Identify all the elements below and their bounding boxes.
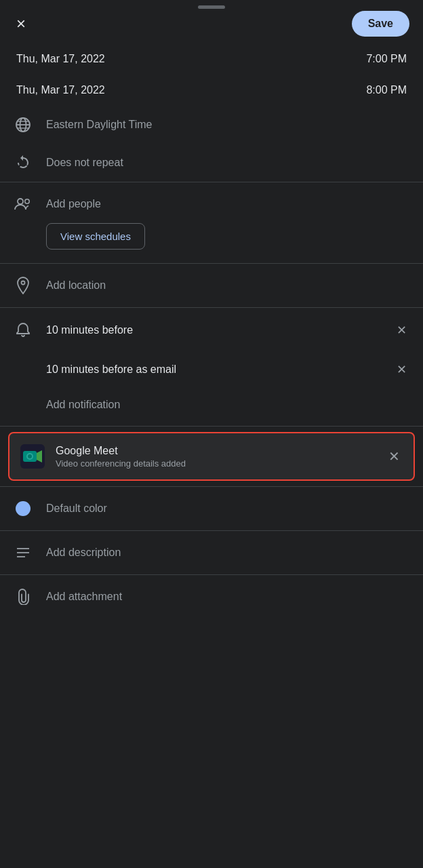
close-button[interactable]: × [14, 13, 28, 35]
end-datetime-row[interactable]: Thu, Mar 17, 2022 8:00 PM [0, 75, 423, 106]
start-date: Thu, Mar 17, 2022 [16, 53, 105, 65]
location-icon [14, 276, 33, 295]
notification-1-label: 10 minutes before [46, 324, 380, 336]
description-icon [14, 543, 33, 562]
divider-4 [0, 426, 423, 427]
repeat-label: Does not repeat [46, 157, 123, 169]
svg-point-5 [18, 199, 23, 204]
svg-point-7 [22, 281, 25, 285]
notification-2-label: 10 minutes before as email [46, 363, 380, 376]
notification-row-1[interactable]: 10 minutes before ✕ [0, 311, 423, 350]
repeat-row[interactable]: Does not repeat [0, 144, 423, 182]
svg-point-6 [25, 199, 29, 203]
google-meet-title: Google Meet [56, 445, 375, 457]
attachment-icon [14, 587, 33, 606]
color-circle [16, 501, 31, 516]
add-attachment-row[interactable]: Add attachment [0, 575, 423, 618]
top-bar: × Save [0, 0, 423, 43]
repeat-icon [14, 153, 33, 172]
people-icon [14, 195, 33, 214]
bell-icon [14, 321, 33, 340]
add-notification-row[interactable]: Add notification [0, 389, 423, 423]
notification-row-2[interactable]: 10 minutes before as email ✕ [0, 350, 423, 389]
add-people-label: Add people [46, 198, 101, 210]
notification-1-close[interactable]: ✕ [394, 320, 409, 340]
color-label: Default color [46, 502, 107, 515]
globe-icon [14, 115, 33, 134]
google-meet-section[interactable]: Google Meet Video conferencing details a… [8, 432, 415, 481]
add-attachment-label: Add attachment [46, 591, 122, 603]
color-row[interactable]: Default color [0, 487, 423, 530]
google-meet-subtitle: Video conferencing details added [56, 458, 375, 469]
start-time: 7:00 PM [366, 53, 407, 65]
add-location-label: Add location [46, 279, 409, 292]
timezone-label: Eastern Daylight Time [46, 119, 153, 131]
google-meet-close[interactable]: ✕ [386, 446, 403, 467]
timezone-row[interactable]: Eastern Daylight Time [0, 106, 423, 144]
end-time: 8:00 PM [366, 84, 407, 96]
drag-handle [198, 5, 225, 9]
people-section: Add people View schedules [0, 182, 423, 263]
end-date: Thu, Mar 17, 2022 [16, 84, 105, 96]
notification-2-close[interactable]: ✕ [394, 359, 409, 380]
add-description-row[interactable]: Add description [0, 531, 423, 574]
google-meet-info: Google Meet Video conferencing details a… [56, 445, 375, 469]
add-location-row[interactable]: Add location [0, 264, 423, 307]
add-notification-label: Add notification [46, 399, 120, 411]
save-button[interactable]: Save [352, 11, 409, 37]
start-datetime-row[interactable]: Thu, Mar 17, 2022 7:00 PM [0, 43, 423, 75]
view-schedules-button[interactable]: View schedules [46, 223, 145, 250]
add-people-row[interactable]: Add people [0, 192, 423, 223]
svg-point-11 [28, 454, 32, 458]
google-meet-icon [20, 444, 45, 469]
notification-section: 10 minutes before ✕ 10 minutes before as… [0, 308, 423, 426]
add-description-label: Add description [46, 547, 121, 559]
